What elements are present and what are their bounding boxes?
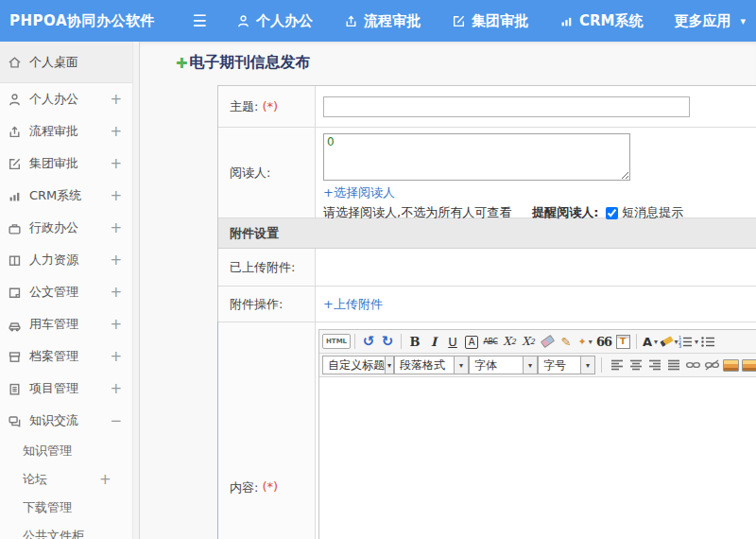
expand-icon[interactable]: + (110, 316, 122, 333)
choose-readers-link[interactable]: +选择阅读人 (323, 184, 395, 201)
blockquote-button[interactable]: 66 (594, 332, 613, 351)
font-style-button[interactable]: A (465, 336, 478, 349)
nav-label: 流程审批 (364, 12, 421, 30)
eraser-button[interactable] (538, 332, 557, 351)
workflow-icon (8, 125, 22, 139)
sidebar-item-personal-office[interactable]: 个人办公 + (0, 83, 139, 115)
sidebar-item-human-resources[interactable]: 人力资源 + (0, 244, 139, 276)
strikethrough-button[interactable]: ABC (481, 332, 500, 351)
undo-button[interactable]: ↺ (359, 332, 378, 351)
upload-attachment-link[interactable]: +上传附件 (323, 296, 383, 313)
sidebar-subitem-knowledge-management[interactable]: 知识管理 (0, 437, 139, 465)
subscript-button[interactable]: X2 (519, 332, 538, 351)
hamburger-menu-icon[interactable]: ☰ (185, 11, 214, 30)
font-color-button[interactable]: A▾ (641, 332, 660, 351)
attachment-actions-row: 附件操作: +上传附件 (218, 287, 756, 322)
sms-notice-label: 短消息提示 (622, 204, 683, 221)
align-left-button[interactable] (608, 356, 627, 374)
attachment-actions-label-cell: 附件操作: (218, 287, 316, 322)
subject-input[interactable] (323, 96, 690, 117)
nav-workflow-approval[interactable]: 流程审批 (344, 12, 421, 30)
sidebar-subitem-label: 下载管理 (23, 499, 72, 516)
sidebar-item-workflow-approval[interactable]: 流程审批 + (0, 115, 139, 148)
sidebar-subitem-label: 公共文件柜 (23, 528, 84, 539)
redo-button[interactable]: ↻ (378, 332, 397, 351)
expand-icon[interactable]: + (110, 155, 122, 172)
sidebar-item-crm-system[interactable]: CRM系统 + (0, 180, 139, 212)
italic-button[interactable]: I (424, 332, 443, 351)
expand-icon[interactable]: + (110, 284, 122, 301)
insert-link-button[interactable] (683, 356, 702, 374)
collapse-icon[interactable]: − (110, 412, 122, 429)
car-icon (8, 318, 22, 332)
caret-down-icon: ▾ (741, 15, 747, 27)
nav-crm-system[interactable]: CRM系统 (559, 12, 644, 30)
format-brush-button[interactable]: ✎ (557, 332, 576, 351)
page-title: ✚ 电子期刊信息发布 (176, 53, 311, 73)
sidebar-subitem-download-management[interactable]: 下载管理 (0, 494, 139, 522)
align-right-button[interactable] (645, 356, 664, 374)
bold-button[interactable]: B (405, 332, 424, 351)
subject-row: 主题: (*) (218, 86, 756, 128)
align-center-button[interactable] (627, 356, 645, 374)
nav-personal-office[interactable]: 个人办公 (236, 12, 313, 30)
paragraph-format-select[interactable]: 段落格式▾ (394, 356, 469, 374)
sidebar-item-knowledge-exchange[interactable]: 知识交流 − (0, 405, 139, 437)
expand-icon[interactable]: + (110, 380, 122, 397)
required-mark: (*) (262, 99, 278, 113)
sidebar-item-label: CRM系统 (29, 187, 81, 204)
superscript-button[interactable]: X2 (500, 332, 519, 351)
expand-icon[interactable]: + (110, 91, 122, 108)
content-row: 内容: (*) HTML ↺ ↻ B I U A (218, 322, 756, 539)
sidebar-scrollbar[interactable] (132, 42, 139, 539)
page-title-text: 电子期刊信息发布 (190, 53, 311, 73)
required-mark: (*) (262, 479, 278, 494)
edit-icon (452, 14, 466, 28)
briefcase-icon (8, 221, 22, 235)
remove-link-button[interactable] (702, 356, 721, 374)
sidebar-subitem-forum[interactable]: 论坛 + (0, 465, 139, 494)
underline-button[interactable]: U (443, 332, 462, 351)
highlight-button[interactable]: ▾ (660, 332, 679, 351)
align-justify-button[interactable] (664, 356, 683, 374)
svg-text:3: 3 (679, 343, 681, 348)
sidebar-item-group-approval[interactable]: 集团审批 + (0, 148, 139, 180)
font-size-select[interactable]: 字号▾ (538, 356, 595, 374)
readers-row: 阅读人: 0 +选择阅读人 请选择阅读人,不选为所有人可查看 提醒阅读人: 短消… (218, 128, 756, 218)
editor-content-area[interactable] (319, 377, 756, 539)
sidebar-item-personal-desktop[interactable]: 个人桌面 (0, 42, 139, 83)
paste-special-button[interactable]: T (613, 332, 632, 351)
html-source-button[interactable]: HTML (322, 334, 351, 349)
expand-icon[interactable]: + (110, 123, 122, 140)
subject-label: 主题: (230, 98, 258, 115)
insert-media-button[interactable] (740, 356, 756, 374)
readers-hint-line: 请选择阅读人,不选为所有人可查看 提醒阅读人: 短消息提示 (323, 204, 756, 221)
app-title[interactable]: PHPOA协同办公软件 (0, 12, 185, 30)
sidebar-item-admin-office[interactable]: 行政办公 + (0, 212, 139, 244)
sidebar-item-vehicle-management[interactable]: 用车管理 + (0, 308, 139, 340)
readers-textarea[interactable]: 0 (323, 133, 630, 181)
sidebar-item-document-management[interactable]: 公文管理 + (0, 276, 139, 308)
unordered-list-button[interactable] (698, 332, 717, 351)
nav-more-apps[interactable]: 更多应用 ▾ (675, 12, 747, 30)
sidebar-item-archive-management[interactable]: 档案管理 + (0, 340, 139, 373)
expand-icon[interactable]: + (110, 252, 122, 269)
sidebar-item-project-management[interactable]: 项目管理 + (0, 373, 139, 405)
person-icon (236, 14, 250, 28)
nav-group-approval[interactable]: 集团审批 (452, 12, 528, 30)
expand-icon[interactable]: + (110, 219, 122, 236)
sms-notice-checkbox[interactable] (606, 207, 618, 219)
expand-icon[interactable]: + (110, 348, 122, 365)
sidebar-item-label: 个人桌面 (29, 54, 78, 71)
expand-icon[interactable]: + (99, 471, 112, 488)
expand-icon[interactable]: + (110, 187, 122, 204)
sidebar-subitem-public-file-cabinet[interactable]: 公共文件柜 (0, 522, 139, 539)
auto-format-button[interactable]: ✦▾ (576, 332, 594, 351)
font-family-select[interactable]: 字体▾ (469, 356, 538, 374)
ordered-list-button[interactable]: 1 2 3 ▾ (679, 332, 698, 351)
heading-select[interactable]: 自定义标题▾ (322, 356, 394, 374)
top-navigation: 个人办公 流程审批 集团审批 CRM系统 更多应用 ▾ (236, 12, 746, 30)
chat-icon (8, 414, 22, 428)
insert-image-button[interactable] (721, 356, 740, 374)
select-arrow-icon: ▾ (580, 356, 594, 374)
